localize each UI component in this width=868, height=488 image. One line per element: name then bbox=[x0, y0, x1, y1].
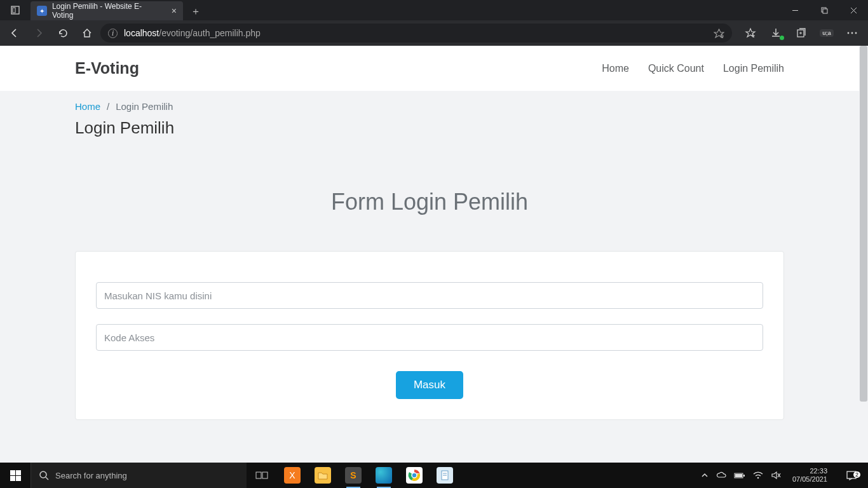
breadcrumb-current: Login Pemilih bbox=[116, 101, 173, 112]
nis-input[interactable] bbox=[96, 282, 763, 309]
taskbar-app-xampp[interactable]: X bbox=[277, 463, 308, 488]
close-window-button[interactable] bbox=[839, 0, 868, 20]
page-title: Login Pemilih bbox=[75, 118, 784, 138]
forward-button bbox=[28, 22, 50, 44]
submit-button[interactable]: Masuk bbox=[396, 371, 463, 399]
downloads-icon[interactable] bbox=[764, 22, 788, 44]
maximize-button[interactable] bbox=[810, 0, 839, 20]
svg-point-28 bbox=[757, 477, 759, 478]
tray-onedrive-icon[interactable] bbox=[716, 471, 726, 479]
scrollbar-thumb[interactable] bbox=[860, 46, 867, 402]
notification-count: 2 bbox=[853, 471, 860, 478]
taskbar-app-explorer[interactable] bbox=[308, 463, 338, 488]
tab-close-icon[interactable]: × bbox=[172, 6, 177, 16]
menu-icon[interactable] bbox=[840, 22, 864, 44]
svg-point-15 bbox=[855, 32, 857, 34]
tab-title: Login Pemilih - Website E-Voting bbox=[52, 2, 163, 20]
browser-tab[interactable]: ✦ Login Pemilih - Website E-Voting × bbox=[31, 1, 183, 20]
svg-rect-1 bbox=[13, 8, 15, 13]
nav-home[interactable]: Home bbox=[602, 63, 629, 74]
browser-tabbar: ✦ Login Pemilih - Website E-Voting × ＋ bbox=[0, 0, 868, 20]
system-tray: 22:33 07/05/2021 2 bbox=[697, 467, 868, 484]
tray-notifications-icon[interactable]: 2 bbox=[839, 470, 864, 480]
taskbar-app-sublime[interactable]: S bbox=[338, 463, 369, 488]
reader-mode-icon[interactable] bbox=[714, 28, 724, 39]
page-viewport: E-Voting Home Quick Count Login Pemilih … bbox=[0, 46, 868, 463]
taskbar-search[interactable]: Search for anything bbox=[31, 463, 247, 488]
tab-actions-icon[interactable] bbox=[0, 0, 31, 20]
favicon-icon: ✦ bbox=[37, 6, 47, 16]
tray-volume-icon[interactable] bbox=[771, 471, 781, 480]
breadcrumb-home[interactable]: Home bbox=[75, 101, 100, 112]
tray-wifi-icon[interactable] bbox=[753, 471, 763, 480]
svg-point-21 bbox=[412, 473, 417, 478]
taskbar-app-chrome[interactable] bbox=[399, 463, 430, 488]
url-text: localhost/evoting/auth_pemilih.php bbox=[124, 28, 261, 38]
task-view-icon[interactable] bbox=[247, 463, 277, 488]
svg-rect-27 bbox=[735, 474, 742, 477]
svg-point-13 bbox=[848, 32, 850, 34]
refresh-button[interactable] bbox=[52, 22, 74, 44]
svg-line-17 bbox=[46, 477, 48, 480]
browser-addressbar: i localhost/evoting/auth_pemilih.php u;a bbox=[0, 20, 868, 46]
nav-quick-count[interactable]: Quick Count bbox=[648, 63, 704, 74]
svg-rect-26 bbox=[743, 475, 745, 477]
favorites-icon[interactable] bbox=[738, 22, 763, 44]
search-placeholder: Search for anything bbox=[55, 471, 127, 480]
tray-chevron-icon[interactable] bbox=[701, 471, 709, 479]
tray-date: 07/05/2021 bbox=[792, 475, 827, 484]
collections-icon[interactable] bbox=[789, 22, 813, 44]
site-info-icon[interactable]: i bbox=[108, 29, 118, 38]
url-input[interactable]: i localhost/evoting/auth_pemilih.php bbox=[100, 24, 732, 43]
nav-login-pemilih[interactable]: Login Pemilih bbox=[723, 63, 784, 74]
taskbar-app-notepad[interactable] bbox=[430, 463, 460, 488]
windows-taskbar: Search for anything X S 22:33 07/05/2021 bbox=[0, 463, 868, 488]
vertical-scrollbar[interactable] bbox=[859, 46, 868, 463]
tray-clock[interactable]: 22:33 07/05/2021 bbox=[789, 467, 831, 484]
site-header: E-Voting Home Quick Count Login Pemilih bbox=[0, 46, 859, 91]
breadcrumb-sep: / bbox=[107, 101, 109, 112]
svg-point-16 bbox=[40, 471, 46, 478]
extension-icon[interactable]: u;a bbox=[815, 22, 839, 44]
taskbar-app-edge[interactable] bbox=[369, 463, 399, 488]
form-title: Form Login Pemilih bbox=[0, 189, 859, 215]
tray-time: 22:33 bbox=[792, 467, 827, 475]
svg-rect-19 bbox=[262, 472, 268, 478]
search-icon bbox=[39, 470, 49, 480]
site-brand[interactable]: E-Voting bbox=[75, 59, 139, 78]
svg-rect-18 bbox=[256, 472, 261, 478]
minimize-button[interactable] bbox=[780, 0, 810, 20]
home-button[interactable] bbox=[76, 22, 98, 44]
login-card: Masuk bbox=[75, 251, 784, 420]
new-tab-button[interactable]: ＋ bbox=[187, 3, 205, 20]
tray-battery-icon[interactable] bbox=[734, 472, 745, 479]
svg-rect-4 bbox=[823, 9, 827, 13]
site-nav: Home Quick Count Login Pemilih bbox=[602, 63, 784, 74]
breadcrumb: Home / Login Pemilih bbox=[75, 101, 784, 112]
window-controls bbox=[780, 0, 868, 20]
kode-akses-input[interactable] bbox=[96, 324, 763, 351]
back-button[interactable] bbox=[4, 22, 25, 44]
svg-point-14 bbox=[851, 32, 853, 34]
start-button[interactable] bbox=[0, 463, 31, 488]
